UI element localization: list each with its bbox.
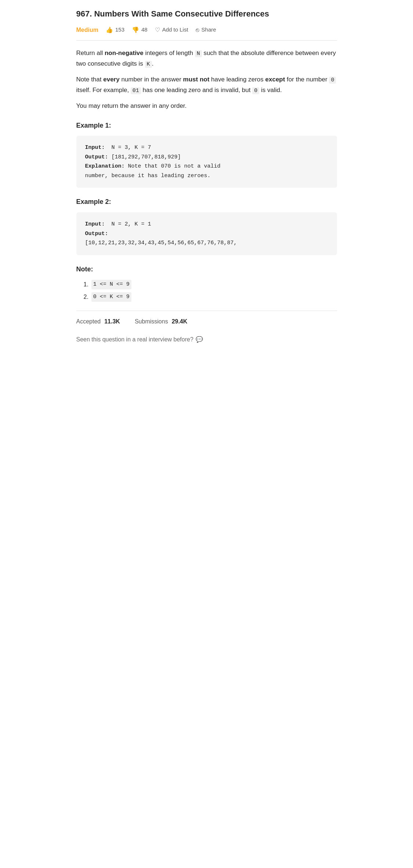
share-button[interactable]: ⎋ Share [196, 25, 216, 35]
bold-must-not: must not [183, 76, 210, 83]
likes-count[interactable]: 👍 153 [106, 25, 124, 35]
note-num-1: 1. [84, 280, 88, 289]
meta-row: Medium 👍 153 👎 48 ♡ Add to List ⎋ Share [76, 25, 337, 41]
desc-para2: Note that every number in the answer mus… [76, 74, 337, 96]
note-list: 1. 1 <= N <= 9 2. 0 <= K <= 9 [76, 280, 337, 302]
example-2: Example 2: Input: N = 2, K = 1 Output: [… [76, 197, 337, 255]
heart-icon: ♡ [155, 25, 160, 35]
add-to-list-button[interactable]: ♡ Add to List [155, 25, 188, 35]
accepted-label: Accepted [76, 317, 101, 326]
bold-except: except [265, 76, 285, 83]
problem-title: 967. Numbers With Same Consecutive Diffe… [76, 9, 337, 19]
interview-question-text: Seen this question in a real interview b… [76, 335, 193, 344]
stats-row: Accepted 11.3K Submissions 29.4K [76, 311, 337, 326]
note-item-2: 2. 0 <= K <= 9 [84, 292, 337, 302]
desc-para3: You may return the answer in any order. [76, 101, 337, 111]
dislikes-count[interactable]: 👎 48 [132, 25, 148, 35]
note-num-2: 2. [84, 292, 88, 302]
bold-non-negative: non-negative [105, 50, 144, 56]
note-item-1: 1. 1 <= N <= 9 [84, 280, 337, 289]
n-code: N [195, 50, 202, 57]
note-section: Note: 1. 1 <= N <= 9 2. 0 <= K <= 9 [76, 264, 337, 302]
submissions-value: 29.4K [172, 317, 188, 326]
example-1-title: Example 1: [76, 120, 337, 131]
example-2-title: Example 2: [76, 197, 337, 207]
note-text-2: 0 <= K <= 9 [91, 292, 131, 302]
zero-code: 0 [329, 77, 336, 84]
example-1: Example 1: Input: N = 3, K = 7 Output: [… [76, 120, 337, 188]
share-icon: ⎋ [196, 25, 199, 35]
accepted-stat: Accepted 11.3K [76, 317, 120, 326]
interview-question: Seen this question in a real interview b… [76, 335, 337, 344]
accepted-value: 11.3K [104, 317, 120, 326]
note-title: Note: [76, 264, 337, 275]
zero-one-code: 01 [131, 87, 141, 94]
thumbs-down-icon: 👎 [132, 25, 139, 35]
wechat-icon: 💬 [196, 335, 203, 344]
example-2-code: Input: N = 2, K = 1 Output: [10,12,21,23… [76, 212, 337, 255]
submissions-label: Submissions [135, 317, 168, 326]
difficulty-badge: Medium [76, 25, 98, 35]
thumbs-up-icon: 👍 [106, 25, 113, 35]
example-1-code: Input: N = 3, K = 7 Output: [181,292,707… [76, 136, 337, 188]
desc-para1: Return all non-negative integers of leng… [76, 48, 337, 69]
note-text-1: 1 <= N <= 9 [91, 280, 131, 289]
zero-code2: 0 [252, 87, 259, 94]
problem-description: Return all non-negative integers of leng… [76, 48, 337, 111]
bold-every: every [103, 76, 119, 83]
k-code: K [145, 61, 152, 68]
submissions-stat: Submissions 29.4K [135, 317, 187, 326]
